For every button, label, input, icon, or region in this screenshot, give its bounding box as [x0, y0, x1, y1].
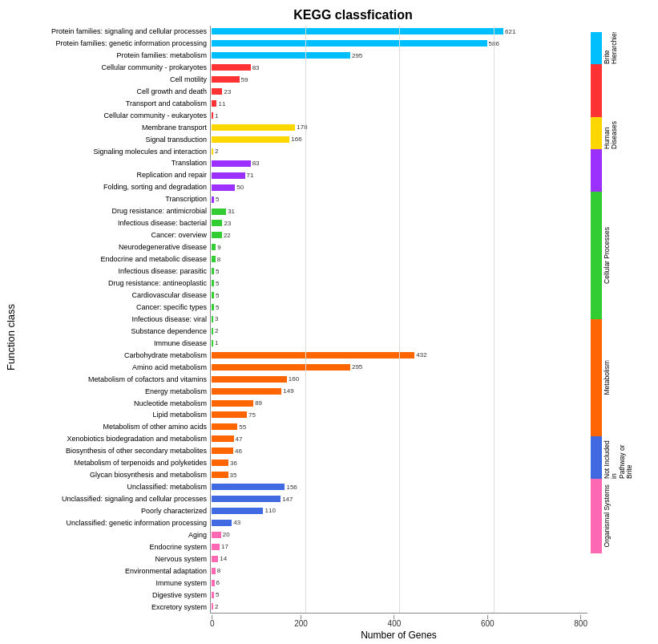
- category-label: Nervous system: [18, 553, 207, 565]
- bar-value: 295: [352, 52, 362, 59]
- legend-color-block: [591, 32, 602, 64]
- category-label: Protein families: signaling and cellular…: [18, 26, 207, 38]
- category-label: Unclassified: genetic information proces…: [18, 517, 207, 529]
- bar-value: 432: [416, 351, 426, 358]
- x-tick: 400: [388, 615, 402, 628]
- bar-value: 50: [236, 184, 244, 191]
- x-tick-label: 0: [210, 619, 215, 628]
- bar: [212, 556, 218, 562]
- legend-color-block: [591, 479, 602, 553]
- bar: [212, 472, 228, 478]
- bar-value: 8: [217, 567, 220, 574]
- bar-value: 5: [216, 591, 219, 598]
- bar-value: 23: [224, 220, 231, 227]
- bar-row: 621: [211, 26, 587, 38]
- category-label: Digestive system: [18, 589, 207, 601]
- bar-value: 1: [215, 112, 218, 119]
- bar: [212, 448, 233, 454]
- category-label: Substance dependence: [18, 326, 207, 338]
- bar-row: 432: [211, 349, 587, 361]
- bar: [212, 544, 220, 550]
- legend-wrapper: Brite HierarchiesHuman DiseasesCellular …: [591, 32, 658, 561]
- x-tick: 800: [574, 615, 587, 628]
- legend-label-text: Not Included in Pathway or Brite: [604, 436, 633, 479]
- category-label: Aging: [18, 529, 207, 541]
- bar: [212, 76, 240, 83]
- legend-color-column: [591, 32, 602, 561]
- legend-label-block: Human Diseases: [602, 117, 658, 149]
- category-label: Endocrine and metabolic disease: [18, 253, 207, 265]
- bar-value: 178: [297, 124, 307, 131]
- x-axis: 0200400600800: [210, 615, 587, 628]
- bar-row: 31: [211, 205, 587, 217]
- bar-row: 1: [211, 337, 587, 349]
- bar: [212, 496, 281, 502]
- category-label: Infectious disease: bacterial: [18, 217, 207, 229]
- bar-value: 166: [291, 136, 301, 143]
- legend-label-block: Metabolism: [602, 319, 658, 436]
- bar-value: 2: [215, 603, 218, 610]
- category-label: Cell motility: [18, 74, 207, 86]
- bar-value: 20: [223, 531, 230, 538]
- bar: [212, 148, 213, 155]
- bar: [212, 64, 251, 71]
- bar: [212, 40, 487, 47]
- bar-row: 83: [211, 62, 587, 74]
- category-label: Environmental adaptation: [18, 565, 207, 577]
- bar-row: 14: [211, 553, 587, 565]
- legend-color-block: [591, 192, 602, 319]
- bar-row: 75: [211, 409, 587, 421]
- x-tick-label: 400: [388, 619, 402, 628]
- bar: [212, 568, 216, 574]
- bar-row: 36: [211, 457, 587, 469]
- bar-row: 17: [211, 541, 587, 553]
- bar: [212, 411, 247, 418]
- category-label: Excretory system: [18, 601, 207, 614]
- bar-value: 295: [352, 363, 362, 371]
- bar: [212, 580, 215, 586]
- category-label: Energy metabolism: [18, 386, 207, 398]
- bar-value: 621: [505, 28, 515, 35]
- category-label: Cancer: overview: [18, 229, 207, 241]
- bar-value: 23: [224, 88, 231, 95]
- legend: Brite HierarchiesHuman DiseasesCellular …: [587, 26, 658, 641]
- bar: [212, 435, 234, 442]
- category-label: Endocrine system: [18, 541, 207, 553]
- bar-value: 36: [230, 460, 237, 467]
- legend-color-block: [591, 117, 602, 149]
- bar: [212, 520, 232, 526]
- bar: [212, 172, 245, 179]
- bar-row: 5: [211, 193, 587, 205]
- bar-row: 47: [211, 433, 587, 445]
- legend-label-text: Human Diseases: [604, 117, 619, 149]
- bar: [212, 112, 213, 119]
- bar-value: 17: [221, 543, 228, 550]
- bar: [212, 184, 235, 191]
- bar-row: 35: [211, 469, 587, 481]
- bar: [212, 460, 228, 466]
- bar-value: 83: [252, 160, 260, 167]
- legend-label-column: Brite HierarchiesHuman DiseasesCellular …: [602, 32, 658, 561]
- bar-value: 8: [217, 256, 220, 263]
- bar: [212, 364, 350, 371]
- bar-value: 89: [255, 399, 262, 407]
- bar-value: 147: [282, 496, 293, 503]
- bar: [212, 196, 214, 203]
- bar: [212, 423, 237, 430]
- category-label: Membrane transport: [18, 122, 207, 134]
- category-label: Cellular community - prokaryotes: [18, 62, 207, 74]
- legend-label-text: Cellular Processes: [604, 227, 611, 284]
- bar-row: 5: [211, 277, 587, 290]
- bar-row: 22: [211, 229, 587, 241]
- bar: [212, 136, 289, 143]
- x-axis-label: Number of Genes: [210, 630, 587, 641]
- bar: [212, 376, 287, 383]
- bar: [212, 304, 214, 310]
- category-label: Cellular community - eukaryotes: [18, 110, 207, 122]
- bar-row: 586: [211, 38, 587, 50]
- bar: [212, 292, 214, 298]
- legend-label-block: Organismal Systems: [602, 479, 658, 553]
- category-label: Unclassified: signaling and cellular pro…: [18, 493, 207, 505]
- bar-value: 1: [215, 339, 218, 346]
- bar-value: 2: [215, 148, 218, 155]
